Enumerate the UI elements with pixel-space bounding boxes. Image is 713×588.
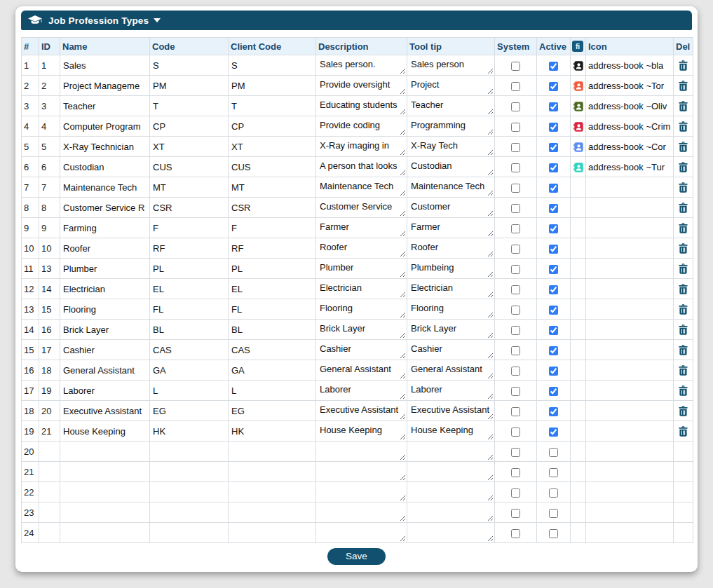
name-cell[interactable]: Plumber — [60, 259, 150, 279]
system-checkbox[interactable] — [511, 448, 520, 457]
trash-icon[interactable] — [679, 203, 688, 213]
active-checkbox[interactable] — [549, 428, 558, 437]
description-textarea[interactable]: Laborer — [317, 381, 406, 399]
name-cell[interactable] — [60, 502, 150, 523]
system-checkbox[interactable] — [511, 285, 520, 294]
code-cell[interactable] — [150, 502, 229, 523]
trash-icon[interactable] — [679, 426, 688, 437]
client-code-value[interactable]: EL — [229, 282, 315, 296]
icon-name-cell[interactable] — [586, 320, 674, 340]
icon-name-cell[interactable] — [586, 157, 674, 177]
description-textarea[interactable]: Executive Assistant — [317, 402, 406, 420]
code-value[interactable]: GA — [150, 364, 228, 377]
client-code-value[interactable]: GA — [229, 364, 315, 377]
tooltip-textarea[interactable] — [408, 463, 494, 481]
icon-name-cell[interactable] — [586, 76, 674, 96]
code-cell[interactable] — [150, 462, 229, 482]
name-cell[interactable]: X-Ray Technician — [60, 137, 150, 157]
client-code-cell[interactable]: CSR — [229, 198, 316, 218]
icon-name-cell[interactable] — [586, 198, 674, 218]
tooltip-textarea[interactable]: Programming — [408, 117, 494, 135]
active-checkbox[interactable] — [549, 306, 558, 315]
icon-name-cell[interactable] — [586, 299, 674, 320]
system-checkbox[interactable] — [511, 163, 520, 172]
client-code-value[interactable]: EG — [229, 404, 315, 418]
tooltip-textarea[interactable]: Project — [408, 76, 494, 95]
save-button[interactable]: Save — [327, 548, 386, 565]
system-checkbox[interactable] — [511, 407, 520, 416]
system-checkbox[interactable] — [511, 102, 520, 111]
name-cell[interactable]: Project Manageme — [60, 76, 150, 96]
code-value[interactable]: S — [150, 59, 228, 72]
system-checkbox[interactable] — [511, 82, 520, 91]
code-cell[interactable] — [150, 442, 229, 462]
trash-icon[interactable] — [679, 182, 688, 193]
system-checkbox[interactable] — [511, 488, 520, 498]
client-code-value[interactable]: HK — [229, 425, 315, 438]
name-cell[interactable]: General Assistant — [60, 360, 150, 381]
icon-name-cell[interactable] — [586, 238, 674, 259]
tooltip-textarea[interactable] — [408, 442, 494, 460]
tooltip-textarea[interactable]: Electrician — [408, 280, 494, 298]
client-code-value[interactable]: XT — [229, 140, 315, 153]
description-textarea[interactable]: A person that looks — [317, 158, 406, 176]
name-cell[interactable]: Custodian — [60, 157, 150, 177]
active-checkbox[interactable] — [549, 488, 558, 498]
client-code-cell[interactable]: S — [229, 55, 316, 76]
active-checkbox[interactable] — [549, 204, 558, 213]
system-checkbox[interactable] — [511, 245, 520, 254]
icon-name-cell[interactable] — [586, 340, 674, 360]
client-code-value[interactable]: CUS — [229, 160, 315, 174]
client-code-cell[interactable]: L — [229, 381, 316, 401]
active-checkbox[interactable] — [549, 143, 558, 152]
code-value[interactable]: PL — [150, 262, 228, 275]
active-checkbox[interactable] — [549, 367, 558, 376]
client-code-cell[interactable]: PL — [229, 259, 316, 279]
description-textarea[interactable]: Sales person. — [317, 56, 406, 74]
client-code-cell[interactable]: F — [229, 218, 316, 238]
tooltip-textarea[interactable]: Flooring — [408, 300, 494, 318]
system-checkbox[interactable] — [511, 265, 520, 274]
client-code-cell[interactable]: T — [229, 96, 316, 116]
code-cell[interactable]: S — [150, 55, 229, 76]
name-value[interactable]: House Keeping — [60, 425, 149, 438]
name-value[interactable]: Customer Service R — [60, 201, 149, 214]
client-code-value[interactable]: PM — [229, 79, 315, 93]
client-code-cell[interactable]: EG — [229, 401, 316, 421]
tooltip-textarea[interactable]: Roofer — [408, 239, 494, 257]
system-checkbox[interactable] — [511, 123, 520, 132]
icon-name-cell[interactable] — [586, 523, 674, 543]
client-code-value[interactable]: CP — [229, 120, 315, 133]
icon-name-cell[interactable] — [586, 421, 674, 442]
trash-icon[interactable] — [679, 243, 688, 254]
tooltip-textarea[interactable] — [408, 524, 494, 542]
code-value[interactable]: CSR — [150, 201, 228, 214]
code-cell[interactable]: XT — [150, 137, 229, 157]
description-textarea[interactable]: Educating students — [317, 97, 406, 115]
description-textarea[interactable] — [317, 503, 406, 521]
trash-icon[interactable] — [679, 121, 688, 132]
trash-icon[interactable] — [679, 264, 688, 274]
active-checkbox[interactable] — [549, 346, 558, 355]
code-value[interactable]: FL — [150, 303, 228, 316]
client-code-cell[interactable] — [229, 462, 316, 482]
description-textarea[interactable]: House Keeping — [317, 422, 406, 440]
code-value[interactable]: MT — [150, 181, 228, 194]
active-checkbox[interactable] — [549, 326, 558, 335]
description-textarea[interactable]: Roofer — [317, 239, 406, 257]
name-value[interactable]: Project Manageme — [60, 79, 149, 93]
active-checkbox[interactable] — [549, 163, 558, 172]
client-code-cell[interactable]: XT — [229, 137, 316, 157]
tooltip-textarea[interactable] — [408, 503, 494, 521]
trash-icon[interactable] — [679, 101, 688, 111]
icon-name-input[interactable] — [586, 140, 673, 153]
client-code-cell[interactable] — [229, 523, 316, 543]
tooltip-textarea[interactable]: Teacher — [408, 97, 494, 115]
active-checkbox[interactable] — [549, 62, 558, 71]
description-textarea[interactable]: Brick Layer — [317, 320, 406, 339]
system-checkbox[interactable] — [511, 224, 520, 233]
name-value[interactable] — [60, 470, 149, 473]
icon-name-cell[interactable] — [586, 177, 674, 198]
tooltip-textarea[interactable]: General Assistant — [408, 361, 494, 379]
code-value[interactable] — [150, 531, 228, 534]
